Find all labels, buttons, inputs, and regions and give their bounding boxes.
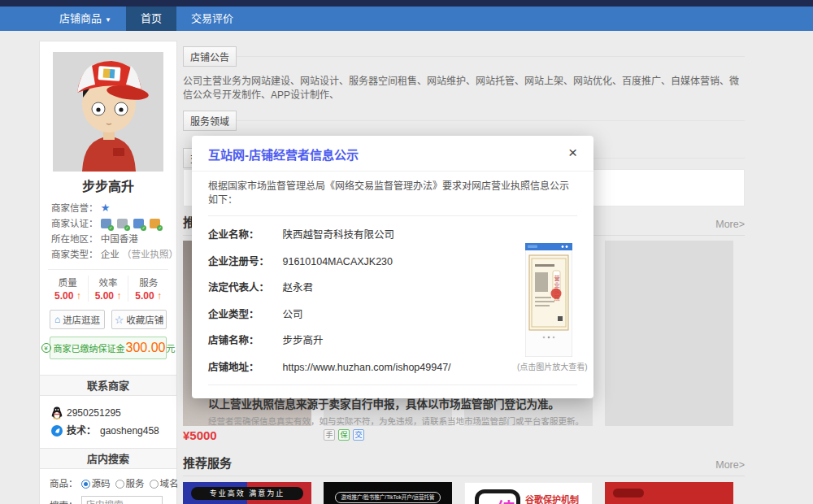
product-info [605, 426, 733, 444]
visit-shop-label: 进店逛逛 [63, 313, 100, 326]
modal-header: 互站网-店铺经营者信息公示 × [192, 136, 593, 172]
license-thumbnail-box: 营业执照 (点击图片放大查看) [517, 243, 580, 372]
modal-title: 互站网-店铺经营者信息公示 [208, 148, 359, 162]
service-card-line: 谷歌保护机制 [525, 493, 579, 504]
modal-body: 根据国家市场监督管理总局《网络交易监督管理办法》要求对网店营业执照信息公示如下：… [192, 172, 593, 385]
keyword-search-label: 搜索： [50, 498, 78, 504]
radio-service-label: 服务 [126, 479, 145, 489]
reputation-star-icon: ★ [101, 202, 111, 214]
tech-label: 技术： [67, 422, 96, 440]
radio-source-code[interactable]: 源码 [81, 476, 111, 489]
camera-icon [150, 219, 160, 228]
radio-domain[interactable]: 域名 [150, 476, 179, 489]
service-card-tech-service[interactable]: 专业高效 满意为止 技术服务 [183, 482, 311, 504]
shop-info: 商家信誉： ★ 商家认证： 所在地区： 中国香港 商家类型： 企业 （营业执照） [40, 200, 176, 263]
in-shop-search-form: 商品： 源码 服务 域名 搜索： 价格： - [40, 469, 176, 504]
region-row: 所在地区： 中国香港 [51, 232, 165, 247]
field-value: 陕西越智奇科技有限公司 [282, 229, 394, 241]
avatar[interactable] [53, 52, 163, 172]
yuan-circle-icon: ¥ [41, 343, 51, 353]
product-image [605, 241, 733, 426]
field-label: 企业类型： [208, 306, 280, 321]
shop-sidebar: 步步高升 商家信誉： ★ 商家认证： 所在地区： 中国香港 商家类型： 企业 （… [39, 41, 177, 504]
nav-home[interactable]: 首页 [126, 7, 176, 31]
field-label: 企业名称： [208, 226, 280, 241]
recommended-products-more-link[interactable]: More> [715, 219, 745, 230]
field-label: 店铺名称： [208, 332, 280, 347]
radio-icon [150, 480, 159, 489]
field-label: 企业注册号： [208, 253, 280, 268]
product-card[interactable] [605, 241, 733, 444]
service-card-overseas-promo[interactable]: 游戏推广/脸书推广/TikTok开户/运营托管 海外推广代投 ●●●●● [324, 482, 452, 504]
field-value: 公司 [282, 309, 302, 320]
radio-icon [115, 480, 124, 489]
region-value: 中国香港 [101, 234, 138, 244]
guarantee-badge-icon: 保 [338, 429, 350, 441]
modal-intro-text: 根据国家市场监督管理总局《网络交易监督管理办法》要求对网店营业执照信息公示如下： [208, 180, 577, 207]
favorite-shop-label: 收藏店铺 [126, 313, 163, 326]
nav-shop-goods[interactable]: 店铺商品▼ [45, 7, 126, 31]
visit-shop-button[interactable]: ⌂ 进店逛逛 [50, 310, 105, 329]
deposit-text: 商家已缴纳保证金 [54, 341, 125, 354]
field-company-name: 企业名称： 陕西越智奇科技有限公司 [208, 226, 577, 241]
radio-selected-icon [81, 480, 90, 489]
rating-quality-value: 5.00 [54, 290, 73, 302]
nav-trade-reviews[interactable]: 交易评价 [176, 7, 248, 31]
product-price: ¥5000 [183, 428, 217, 442]
service-area-tag: 服务领域 [183, 111, 237, 131]
rating-efficiency-label: 效率 [89, 276, 128, 289]
notice-tag-row: 店铺公告 [183, 46, 745, 67]
rating-efficiency-value: 5.00 [95, 290, 114, 302]
top-dark-strip [0, 0, 813, 7]
service-card-pill: 游戏推广/脸书推广/TikTok开户/运营托管 [335, 492, 441, 503]
qq-penguin-icon [51, 406, 63, 419]
shop-notice-tag: 店铺公告 [183, 46, 237, 67]
field-value: 91610104MACAXJK230 [282, 256, 393, 267]
recommended-services-more-link[interactable]: More> [715, 459, 745, 471]
tech-contact-row[interactable]: 技术： gaosheng458 [51, 422, 165, 440]
certification-row: 商家认证： [51, 216, 165, 232]
rating-service-label: 服务 [128, 276, 168, 289]
product-info: 手 保 交 [324, 426, 452, 444]
business-license-link[interactable]: （营业执照） [122, 250, 178, 259]
avatar-cartoon [53, 52, 163, 172]
merchant-type-label: 商家类型： [51, 250, 98, 259]
service-card-app-listing[interactable]: APP 上架 安卓市场 苹果上架 [605, 482, 733, 504]
shop-actions: ⌂ 进店逛逛 ☆ 收藏店铺 [50, 310, 167, 329]
deposit-unit: 元 [166, 341, 175, 354]
divider [237, 120, 745, 121]
radio-service[interactable]: 服务 [115, 476, 145, 489]
rating-efficiency: 效率 5.00 ↑ [88, 276, 128, 302]
recommended-services-title: 推荐服务 [183, 454, 232, 471]
keyword-search-row: 搜索： [50, 496, 167, 504]
shop-notice-text: 公司主营业务为网站建设、网站设计、服务器空间租售、网站维护、网站托管、网站上架、… [183, 75, 745, 102]
recommended-services-row: 专业高效 满意为止 技术服务 游戏推广/脸书推广/TikTok开户/运营托管 海… [183, 482, 745, 504]
radio-source-code-label: 源码 [92, 479, 111, 489]
product-info: ¥5000 [183, 426, 311, 444]
license-note: 经营者需确保信息真实有效，如与实际不符，为免违规，请联系当地市场监管部门或平台客… [208, 415, 577, 427]
merchant-type-value: 企业 [101, 250, 120, 259]
operator-info-modal: 互站网-店铺经营者信息公示 × 根据国家市场监督管理总局《网络交易监督管理办法》… [192, 136, 593, 398]
qq-contact-row[interactable]: 2950251295 [51, 404, 165, 422]
close-icon[interactable]: × [563, 142, 582, 163]
goods-type-row: 商品： 源码 服务 域名 [50, 476, 167, 489]
deposit-banner: ¥ 商家已缴纳保证金 300.00 元 [50, 337, 167, 359]
id-card-icon [133, 219, 144, 228]
contact-rows: 2950251295 技术： gaosheng458 [40, 396, 176, 445]
license-statement: 以上营业执照信息来源于卖家自行申报，具体以市场监管部门登记为准。 [208, 395, 577, 411]
chevron-down-icon: ▼ [105, 16, 111, 24]
divider [208, 385, 577, 385]
rating-quality: 质量 5.00 ↑ [48, 276, 88, 302]
rating-quality-label: 质量 [48, 276, 88, 289]
favorite-shop-button[interactable]: ☆ 收藏店铺 [111, 310, 167, 329]
service-card-google-protect[interactable]: 纯手工 谷歌保护机制 google play 保护机制 一次处理 [464, 482, 593, 504]
contact-merchant-header: 联系商家 [40, 375, 176, 396]
divider [208, 215, 577, 216]
business-license-thumbnail[interactable]: 营业执照 [525, 243, 572, 357]
brand-badge [613, 489, 644, 497]
service-card-banner: 专业高效 满意为止 [191, 487, 303, 500]
in-shop-search-input[interactable] [81, 496, 163, 504]
tech-account: gaosheng458 [100, 422, 159, 440]
tech-chat-icon [51, 425, 63, 437]
service-card-phone-text: 纯手工 [479, 500, 516, 504]
